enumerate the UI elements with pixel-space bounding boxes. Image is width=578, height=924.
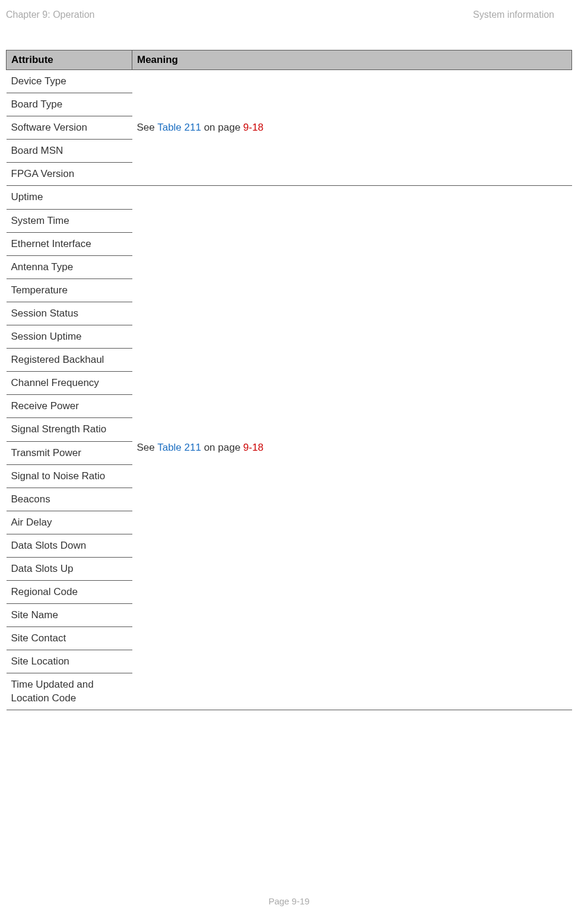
table-ref-link[interactable]: Table 211 — [157, 442, 201, 453]
attr-cell: Receive Power — [7, 395, 132, 418]
header-right: System information — [473, 10, 554, 20]
attr-cell: Beacons — [7, 488, 132, 511]
attr-cell: Software Version — [7, 116, 132, 140]
attr-cell: System Time — [7, 209, 132, 232]
attr-cell: Ethernet Interface — [7, 232, 132, 255]
attr-cell: Site Name — [7, 604, 132, 627]
attr-cell: Transmit Power — [7, 441, 132, 464]
page-ref-link[interactable]: 9-18 — [243, 442, 263, 453]
col-meaning: Meaning — [132, 50, 572, 70]
attr-cell: Site Location — [7, 650, 132, 673]
attr-cell: Data Slots Up — [7, 557, 132, 580]
attr-cell: Board Type — [7, 93, 132, 116]
meaning-prefix: See — [137, 122, 158, 133]
attr-cell: Time Updated and Location Code — [7, 673, 132, 710]
attr-cell: Session Status — [7, 302, 132, 325]
table-row: Uptime See Table 211 on page 9-18 — [7, 186, 572, 209]
attr-cell: Antenna Type — [7, 255, 132, 279]
header-left: Chapter 9: Operation — [6, 10, 94, 20]
table-ref-link[interactable]: Table 211 — [157, 122, 201, 133]
attr-cell: Channel Frequency — [7, 372, 132, 395]
attr-cell: Temperature — [7, 279, 132, 302]
meaning-prefix: See — [137, 442, 158, 453]
page-footer: Page 9-19 — [0, 896, 578, 906]
meaning-mid: on page — [201, 122, 243, 133]
attr-cell: Regional Code — [7, 581, 132, 604]
attr-cell: Board MSN — [7, 140, 132, 163]
attr-cell: Device Type — [7, 70, 132, 93]
page-ref-link[interactable]: 9-18 — [243, 122, 263, 133]
col-attribute: Attribute — [7, 50, 132, 70]
attr-cell: Registered Backhaul — [7, 349, 132, 372]
attr-cell: FPGA Version — [7, 163, 132, 186]
attr-cell: Site Contact — [7, 627, 132, 650]
table-row: Device Type See Table 211 on page 9-18 — [7, 70, 572, 93]
attr-cell: Data Slots Down — [7, 534, 132, 557]
meaning-mid: on page — [201, 442, 243, 453]
meaning-cell: See Table 211 on page 9-18 — [132, 70, 572, 186]
attr-cell: Signal to Noise Ratio — [7, 464, 132, 488]
attr-cell: Uptime — [7, 186, 132, 209]
attr-cell: Signal Strength Ratio — [7, 418, 132, 441]
main-content: Attribute Meaning Device Type See Table … — [0, 20, 578, 710]
attribute-table: Attribute Meaning Device Type See Table … — [6, 50, 572, 710]
attr-cell: Air Delay — [7, 511, 132, 534]
attr-cell: Session Uptime — [7, 325, 132, 349]
page-header: Chapter 9: Operation System information — [0, 0, 578, 20]
meaning-cell: See Table 211 on page 9-18 — [132, 186, 572, 710]
page-number: Page 9-19 — [268, 896, 309, 906]
